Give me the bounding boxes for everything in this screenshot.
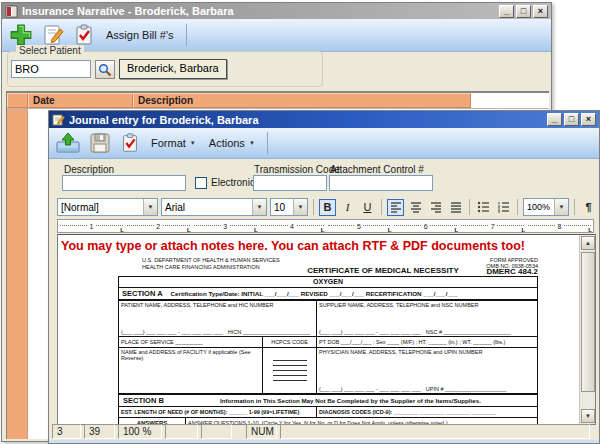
chevron-down-icon: ▼ <box>148 204 154 210</box>
close-button[interactable]: × <box>533 5 548 18</box>
grid-selector-header[interactable] <box>7 93 28 108</box>
scrollbar-thumb[interactable] <box>581 252 595 392</box>
window-bottom-frame <box>49 440 599 443</box>
insurance-app-icon <box>5 5 18 18</box>
grid-column-date[interactable]: Date <box>28 93 133 108</box>
arrow-down-icon: ▼ <box>585 413 591 419</box>
save-button[interactable] <box>87 130 113 156</box>
minimize-button[interactable]: _ <box>547 113 562 126</box>
justify-icon <box>450 201 462 213</box>
align-center-button[interactable] <box>407 199 424 216</box>
journal-window-title: Journal entry for Broderick, Barbara <box>69 114 543 126</box>
numbered-list-button[interactable] <box>495 199 512 216</box>
status-cell <box>201 424 232 439</box>
bold-button[interactable]: B <box>319 199 336 216</box>
electronic-checkbox[interactable] <box>195 177 207 189</box>
import-button[interactable] <box>54 130 82 156</box>
form-section-a-row: SECTION A Certification Type/Date: INITI… <box>119 287 537 300</box>
chevron-down-icon: ▼ <box>190 140 196 146</box>
transmission-code-input[interactable] <box>253 175 327 191</box>
font-family-combo[interactable]: Arial ▼ <box>161 198 267 216</box>
floppy-disk-icon <box>88 131 112 155</box>
status-cell: 39 <box>84 424 115 439</box>
justify-button[interactable] <box>447 199 464 216</box>
transmission-code-label: Transmission Code <box>254 164 340 175</box>
ruler-number: 8 <box>556 223 564 230</box>
font-size-combo[interactable]: 10 ▼ <box>270 198 308 216</box>
format-separator <box>517 199 518 215</box>
numbered-list-icon <box>497 201 510 213</box>
document-editor[interactable]: You may type or attach notes here. You c… <box>57 234 596 425</box>
journal-app-icon <box>52 113 65 126</box>
attachment-control-input[interactable] <box>329 175 433 191</box>
vertical-scrollbar[interactable]: ▲ ▼ <box>579 235 595 424</box>
format-separator <box>313 199 314 215</box>
attachment-control-label: Attachment Control # <box>330 164 424 175</box>
cmn-form: U.S. DEPARTMENT OF HEALTH & HUMAN SERVIC… <box>118 257 538 424</box>
patient-search-button[interactable] <box>95 60 115 79</box>
close-button[interactable]: × <box>581 113 596 126</box>
zoom-combo[interactable]: 100% ▼ <box>523 198 569 216</box>
ruler[interactable]: 1L 2L 3L 4L 5L 6L 7L 8L <box>57 219 594 233</box>
verify-button[interactable] <box>118 130 142 156</box>
form-title: CERTIFICATE OF MEDICAL NECESSITY <box>307 266 459 275</box>
cmn-table: OXYGEN SECTION A Certification Type/Date… <box>118 276 538 424</box>
tab-stop-marker: L <box>187 227 191 233</box>
magnifier-icon <box>98 63 112 77</box>
clipboard-check-icon <box>119 131 141 155</box>
document-page[interactable]: You may type or attach notes here. You c… <box>58 235 579 424</box>
chevron-down-icon: ▼ <box>249 140 255 146</box>
underline-button[interactable]: U <box>359 199 376 216</box>
form-est-length-row: EST. LENGTH OF NEED (# OF MONTHS): _____… <box>119 406 537 417</box>
status-num-lock-cell: NUM <box>246 424 277 439</box>
align-left-icon <box>390 201 402 213</box>
insurance-titlebar[interactable]: Insurance Narrative - Broderick, Barbara… <box>2 3 551 19</box>
bullet-list-button[interactable] <box>475 199 492 216</box>
align-center-icon <box>410 201 422 213</box>
minimize-button[interactable]: _ <box>499 5 514 18</box>
clipboard-check-icon <box>72 23 96 47</box>
ruler-number: 3 <box>221 223 229 230</box>
status-message-cell <box>280 424 590 439</box>
patient-search-input[interactable] <box>11 60 91 78</box>
selected-patient-button[interactable]: Broderick, Barbara <box>119 59 227 79</box>
tab-stop-marker: L <box>388 227 392 233</box>
actions-menu[interactable]: Actions ▼ <box>205 137 259 149</box>
journal-titlebar[interactable]: Journal entry for Broderick, Barbara _ □… <box>49 111 599 128</box>
show-formatting-marks-button[interactable]: ¶ <box>580 199 597 216</box>
hcpcs-blank-lines <box>262 348 316 393</box>
description-label: Description <box>64 164 114 175</box>
arrow-up-icon: ▲ <box>585 240 591 246</box>
ruler-number: 5 <box>355 223 363 230</box>
maximize-button[interactable]: □ <box>516 5 531 18</box>
form-agency: U.S. DEPARTMENT OF HEALTH & HUMAN SERVIC… <box>118 257 280 275</box>
edit-note-icon <box>41 23 65 47</box>
ruler-number: 6 <box>422 223 430 230</box>
form-answers-row: ANSWERS ANSWER QUESTIONS 1-10. (Circle Y… <box>119 417 537 424</box>
grid-column-description[interactable]: Description <box>133 93 471 108</box>
electronic-label: Electronic <box>211 177 255 188</box>
ruler-number: 4 <box>288 223 296 230</box>
align-right-button[interactable] <box>427 199 444 216</box>
description-input[interactable] <box>62 175 186 191</box>
tab-stop-marker: L <box>321 227 325 233</box>
chevron-down-icon: ▼ <box>257 204 263 210</box>
grid-row-selector-strip <box>7 109 28 439</box>
paragraph-style-combo[interactable]: [Normal] ▼ <box>57 198 158 216</box>
maximize-button[interactable]: □ <box>564 113 579 126</box>
insurance-window-title: Insurance Narrative - Broderick, Barbara <box>22 5 495 17</box>
form-parties-row: PATIENT NAME, ADDRESS, TELEPHONE and HIC… <box>119 300 537 336</box>
bullet-list-icon <box>477 201 490 213</box>
ruler-number: 1 <box>87 223 95 230</box>
select-patient-label: Select Patient <box>16 45 84 56</box>
align-left-button[interactable] <box>387 199 404 216</box>
format-separator <box>469 199 470 215</box>
form-approval: FORM APPROVED OMB NO. 0938-0534 DMERC 48… <box>486 257 538 275</box>
scroll-down-button[interactable]: ▼ <box>581 409 595 423</box>
scroll-up-button[interactable]: ▲ <box>581 236 595 250</box>
chevron-down-icon: ▼ <box>298 204 304 210</box>
format-menu[interactable]: Format ▼ <box>147 137 200 149</box>
journal-toolbar: Format ▼ Actions ▼ <box>49 128 599 159</box>
italic-button[interactable]: I <box>339 199 356 216</box>
assign-bill-numbers-button[interactable]: Assign Bill #'s <box>102 29 178 41</box>
